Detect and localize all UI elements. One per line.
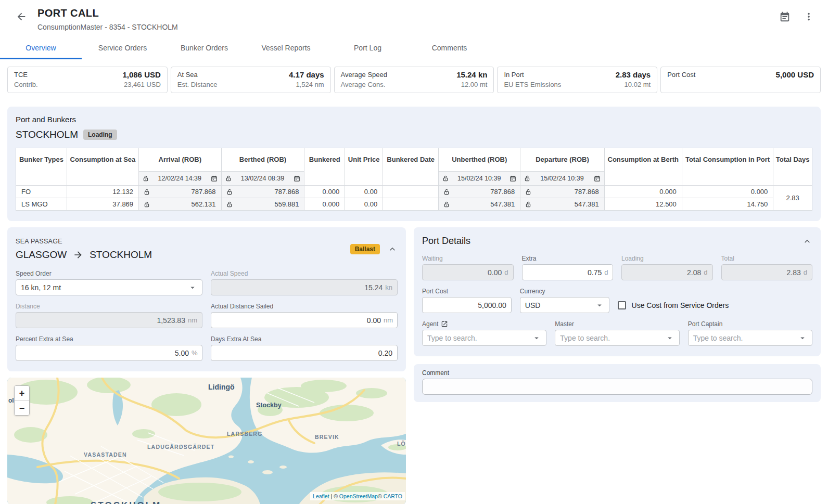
zoom-in-button[interactable]: + — [15, 386, 29, 400]
field-value-input[interactable] — [527, 268, 602, 277]
checkbox-label: Use Cost from Service Orders — [632, 301, 729, 309]
field-value: 1,523.83 — [21, 316, 185, 325]
field-label: Extra — [522, 255, 614, 262]
lock-open-icon[interactable] — [443, 201, 450, 208]
tab-overview[interactable]: Overview — [0, 37, 82, 59]
calendar-icon[interactable] — [594, 175, 601, 182]
speed-order-select[interactable]: 16 kn, 12 mt — [16, 279, 202, 295]
arrival-date-field[interactable]: 12/02/24 14:39 — [139, 172, 221, 185]
field-value-input[interactable] — [216, 316, 381, 325]
lock-open-icon[interactable] — [443, 189, 450, 195]
kpi-sub-value: 23,461 USD — [124, 80, 161, 89]
chevron-up-icon — [802, 236, 812, 247]
calendar-icon[interactable] — [294, 175, 300, 182]
bunkered-date-cell[interactable] — [383, 186, 439, 198]
port-and-bunkers-panel: Port and Bunkers STOCKHOLM Loading Bunke… — [7, 107, 821, 221]
rob-field[interactable]: 559.881 — [223, 200, 303, 208]
rob-field[interactable]: 547.381 — [440, 200, 519, 208]
field-label: Agent — [422, 320, 546, 328]
cell-value: 787.868 — [452, 188, 519, 196]
unberthed-date-field[interactable]: 15/02/24 10:39 — [439, 172, 520, 185]
field-label: Total — [721, 255, 813, 262]
checkbox[interactable] — [618, 301, 626, 309]
use-cost-checkbox-row[interactable]: Use Cost from Service Orders — [618, 301, 812, 313]
tab-comments[interactable]: Comments — [409, 37, 490, 59]
field-value-input[interactable] — [21, 349, 189, 357]
port-captain-search-select[interactable]: Type to search. — [688, 330, 812, 346]
rob-field[interactable]: 787.868 — [440, 188, 519, 196]
lock-open-icon[interactable] — [525, 189, 531, 195]
field-label: Currency — [520, 288, 609, 295]
rob-field[interactable]: 787.868 — [223, 188, 303, 196]
col-header: Bunker Types — [16, 148, 67, 186]
map-label-lidingo: Lidingö — [208, 383, 235, 391]
leaflet-link[interactable]: Leaflet — [313, 493, 329, 499]
berthed-rob-cell: 787.868 — [221, 186, 304, 198]
field-value: 0.00 — [427, 268, 502, 277]
field-value-input[interactable] — [216, 349, 392, 357]
tab-bunker-orders[interactable]: Bunker Orders — [163, 37, 245, 59]
back-button[interactable] — [15, 10, 28, 23]
lock-open-icon[interactable] — [524, 175, 530, 182]
map[interactable]: ol Lidingö Stockby LARSBERG BREVIK LÖVBE… — [7, 378, 406, 504]
table-row-lsmgo: LS MGO 37.869 562.131 559.881 0.000 0.00… — [16, 198, 812, 211]
field-value-input[interactable] — [427, 301, 506, 309]
berthed-date-field[interactable]: 13/02/24 08:39 — [222, 172, 304, 185]
open-in-new-icon[interactable] — [441, 320, 448, 328]
calendar-icon[interactable] — [509, 175, 516, 182]
kpi-sub-value: 1,524 nm — [296, 80, 324, 89]
total-consumption-cell: 14.750 — [682, 198, 773, 211]
field-value: 15.24 — [216, 283, 383, 292]
more-menu-button[interactable] — [802, 10, 816, 23]
calendar-button[interactable] — [778, 10, 792, 23]
kpi-card-tce: TCE1,086 USD Contrib.23,461 USD — [7, 67, 168, 93]
page-title: PORT CALL — [37, 7, 178, 19]
unit-price-cell[interactable]: 0.00 — [345, 186, 383, 198]
actual-distance-sailed-input[interactable]: nm — [211, 312, 398, 328]
extra-input[interactable]: d — [522, 264, 614, 280]
calendar-icon[interactable] — [211, 175, 218, 182]
agent-search-select[interactable]: Type to search. — [422, 330, 546, 346]
rob-field[interactable]: 787.868 — [521, 188, 603, 196]
tab-port-log[interactable]: Port Log — [327, 37, 409, 59]
tab-vessel-reports[interactable]: Vessel Reports — [245, 37, 327, 59]
carto-link[interactable]: CARTO — [384, 493, 402, 499]
lock-open-icon[interactable] — [144, 189, 150, 195]
percent-extra-at-sea-input[interactable]: % — [16, 345, 202, 361]
lock-open-icon[interactable] — [442, 175, 449, 182]
map-label-stockholm: STOCKHOLM — [91, 500, 161, 504]
bunkered-date-cell[interactable] — [383, 198, 439, 211]
rob-field[interactable]: 787.868 — [140, 188, 220, 196]
zoom-out-button[interactable]: − — [15, 400, 29, 415]
bunkered-cell[interactable]: 0.000 — [304, 186, 345, 198]
unit-price-cell[interactable]: 0.00 — [345, 198, 383, 211]
lock-open-icon[interactable] — [226, 201, 233, 208]
currency-select[interactable]: USD — [520, 297, 609, 313]
lock-open-icon[interactable] — [226, 189, 233, 195]
col-header: Bunkered — [304, 148, 345, 186]
lock-open-icon[interactable] — [143, 175, 149, 182]
master-search-select[interactable]: Type to search. — [555, 330, 679, 346]
bunkered-cell[interactable]: 0.000 — [304, 198, 345, 211]
field-value: 2.08 — [627, 268, 701, 277]
kpi-sub-label: EU ETS Emissions — [504, 80, 561, 89]
port-cost-input[interactable] — [422, 297, 512, 313]
comment-input[interactable] — [422, 379, 812, 395]
tab-service-orders[interactable]: Service Orders — [82, 37, 163, 59]
lock-open-icon[interactable] — [225, 175, 232, 182]
section-title: SEA PASSAGE — [16, 238, 152, 245]
rob-field[interactable]: 562.131 — [140, 200, 220, 208]
kpi-sub-value: 10.02 mt — [625, 80, 651, 89]
field-label: Percent Extra at Sea — [16, 335, 202, 343]
collapse-port-details-button[interactable] — [802, 236, 812, 247]
lock-open-icon[interactable] — [525, 201, 531, 208]
kpi-sub-label: Est. Distance — [177, 80, 218, 89]
openstreetmap-link[interactable]: OpenStreetMap — [339, 493, 378, 499]
rob-field[interactable]: 547.381 — [521, 200, 603, 208]
departure-date-field[interactable]: 15/02/24 10:39 — [520, 172, 604, 185]
field-unit: d — [704, 268, 707, 276]
collapse-sea-passage-button[interactable] — [387, 244, 398, 254]
lock-open-icon[interactable] — [144, 201, 150, 208]
kpi-sub-value: 12.00 mt — [461, 80, 488, 89]
days-extra-at-sea-input[interactable] — [211, 345, 398, 361]
